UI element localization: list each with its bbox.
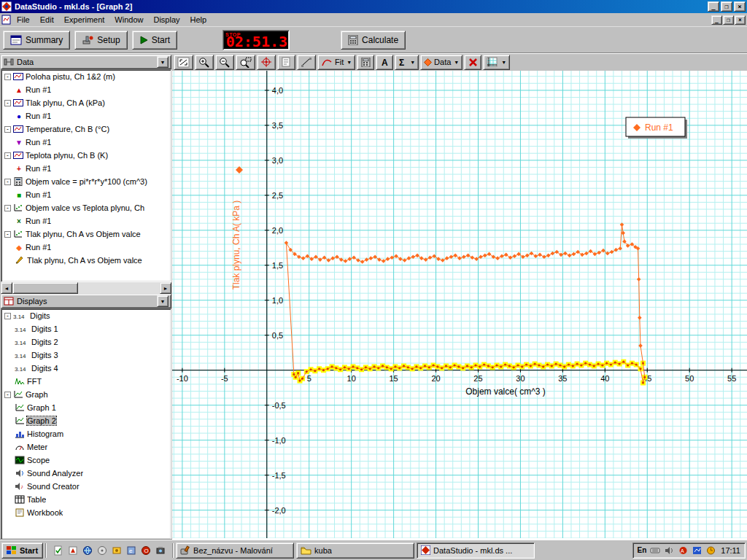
calculate-tool-button[interactable]: [357, 55, 374, 70]
data-item-5-run-0[interactable]: ×Run #1: [1, 214, 171, 228]
smart-tool-button[interactable]: [257, 55, 276, 70]
display-item-graph[interactable]: -Graph: [1, 388, 171, 401]
menu-edit[interactable]: Edit: [35, 14, 59, 26]
expander-icon[interactable]: -: [4, 313, 11, 319]
taskbar-start-button[interactable]: Start: [1, 542, 43, 559]
display-item-workbook[interactable]: Workbook: [1, 506, 171, 519]
note-tool-button[interactable]: [277, 55, 295, 70]
zoom-select-button[interactable]: [236, 55, 255, 70]
hscroll-right-arrow[interactable]: ►: [160, 282, 171, 294]
display-item-digits-4[interactable]: 3.14Digits 4: [1, 362, 171, 375]
quick-launch-icon-5[interactable]: [110, 544, 123, 557]
quick-launch-icon-1[interactable]: [52, 544, 65, 557]
data-item-6-run-0[interactable]: ◆Run #1: [1, 241, 171, 254]
scale-to-fit-button[interactable]: [174, 55, 193, 70]
minimize-button[interactable]: _: [708, 1, 719, 12]
series-run1-markers[interactable]: [285, 222, 643, 348]
display-item-graph-1[interactable]: Graph 1: [1, 401, 171, 414]
data-item-0[interactable]: -Poloha pistu, Ch 1&2 (m): [1, 70, 171, 83]
close-button[interactable]: ×: [734, 1, 746, 12]
task-button-3[interactable]: DataStudio - mkl.ds ...: [417, 542, 535, 559]
menu-display[interactable]: Display: [148, 14, 185, 26]
hscroll-thumb[interactable]: [12, 282, 78, 294]
display-item-graph-2[interactable]: Graph 2: [1, 414, 171, 427]
display-item-digits-3[interactable]: 3.14Digits 3: [1, 349, 171, 362]
display-item-meter[interactable]: Meter: [1, 440, 171, 454]
data-item-2[interactable]: -Temperature, Ch B (°C): [1, 122, 171, 136]
data-item-3-run-0[interactable]: +Run #1: [1, 162, 171, 175]
data-item-6[interactable]: -Tlak plynu, Ch A vs Objem valce: [1, 228, 171, 241]
hscroll-left-arrow[interactable]: ◄: [1, 282, 12, 294]
data-item-2-run-0[interactable]: ▼Run #1: [1, 136, 171, 149]
expander-icon[interactable]: -: [4, 392, 11, 398]
delete-tool-button[interactable]: [464, 55, 481, 70]
quick-launch-icon-2[interactable]: [66, 544, 80, 557]
data-item-7[interactable]: Tlak plynu, Ch A vs Objem valce: [1, 254, 171, 267]
hscroll-track[interactable]: [78, 282, 160, 294]
data-item-1-run-0[interactable]: ●Run #1: [1, 109, 171, 122]
expander-icon[interactable]: -: [4, 231, 11, 238]
mdi-close-button[interactable]: ×: [735, 15, 746, 25]
displays-panel-header[interactable]: Displays ▼: [1, 294, 171, 308]
tray-icon-3[interactable]: A: [677, 545, 689, 556]
tray-icon-4[interactable]: [691, 545, 703, 556]
data-item-4[interactable]: -Objem valce = pi*r*r*y*100 (cm^3): [1, 175, 171, 188]
quick-launch-icon-3[interactable]: [81, 544, 94, 557]
plot-area[interactable]: -10-55101520253035404550554,03,53,02,52,…: [172, 71, 747, 540]
data-menu-button[interactable]: Data▼: [420, 55, 462, 70]
fit-menu-button[interactable]: Fit▼: [317, 55, 355, 70]
graph-plot[interactable]: -10-55101520253035404550554,03,53,02,52,…: [172, 71, 747, 538]
text-tool-button[interactable]: A: [376, 55, 393, 70]
display-item-digits-2[interactable]: 3.14Digits 2: [1, 335, 171, 349]
setup-button[interactable]: Setup: [74, 31, 127, 50]
expander-icon[interactable]: -: [4, 126, 11, 133]
statistics-menu-button[interactable]: Σ▼: [395, 55, 419, 70]
quick-launch-icon-6[interactable]: e: [125, 544, 138, 557]
data-panel-header[interactable]: Data ▼: [1, 55, 171, 69]
tray-icon-1[interactable]: [649, 545, 661, 556]
slope-tool-button[interactable]: [297, 55, 316, 70]
data-item-0-run-0[interactable]: ▲Run #1: [1, 83, 171, 96]
display-item-histogram[interactable]: Histogram: [1, 427, 171, 440]
mdi-minimize-button[interactable]: _: [711, 15, 722, 25]
axis-settings-menu-button[interactable]: ▼: [483, 55, 510, 70]
expander-icon[interactable]: -: [4, 205, 11, 211]
display-item-digits[interactable]: -3.14Digits: [1, 309, 171, 322]
data-item-4-run-0[interactable]: ■Run #1: [1, 188, 171, 201]
expander-icon[interactable]: -: [4, 100, 11, 106]
summary-button[interactable]: Summary: [3, 31, 70, 50]
zoom-out-button[interactable]: [215, 55, 234, 70]
menu-experiment[interactable]: Experiment: [59, 14, 110, 26]
expander-icon[interactable]: -: [4, 152, 11, 159]
tray-icon-5[interactable]: [705, 545, 716, 556]
data-item-3[interactable]: -Teplota plynu, Ch B (K): [1, 149, 171, 162]
series-run1-line[interactable]: [286, 225, 644, 383]
tray-icon-2[interactable]: [663, 545, 675, 556]
menu-help[interactable]: Help: [185, 14, 212, 26]
expander-icon[interactable]: -: [4, 179, 11, 185]
zoom-in-button[interactable]: [195, 55, 214, 70]
language-indicator[interactable]: En: [638, 546, 647, 554]
data-item-1[interactable]: -Tlak plynu, Ch A (kPa): [1, 96, 171, 109]
data-item-5[interactable]: -Objem valce vs Teplota plynu, Ch: [1, 201, 171, 214]
expander-icon[interactable]: -: [4, 74, 11, 80]
legend[interactable]: Run #1: [626, 117, 687, 139]
display-item-table[interactable]: Table: [1, 493, 171, 506]
restore-button[interactable]: ❐: [721, 1, 732, 12]
display-item-digits-1[interactable]: 3.14Digits 1: [1, 322, 171, 335]
task-button-2[interactable]: kuba: [296, 542, 414, 559]
menu-file[interactable]: File: [12, 14, 35, 26]
quick-launch-icon-7[interactable]: O: [139, 544, 152, 557]
display-item-scope[interactable]: Scope: [1, 454, 171, 467]
display-item-sound-creator[interactable]: ♪Sound Creator: [1, 480, 171, 493]
calculate-button[interactable]: Calculate: [341, 31, 406, 50]
task-button-1[interactable]: Bez_názvu - Malování: [176, 542, 294, 559]
start-button[interactable]: Start: [132, 31, 177, 50]
display-item-fft[interactable]: FFT: [1, 375, 171, 388]
quick-launch-icon-4[interactable]: [96, 544, 109, 557]
mdi-restore-button[interactable]: ❐: [723, 15, 734, 25]
menu-window[interactable]: Window: [109, 14, 148, 26]
data-panel-dropdown-arrow[interactable]: ▼: [157, 56, 169, 68]
data-tree-hscrollbar[interactable]: ◄ ►: [1, 282, 171, 294]
display-item-sound-analyzer[interactable]: Sound Analyzer: [1, 467, 171, 480]
